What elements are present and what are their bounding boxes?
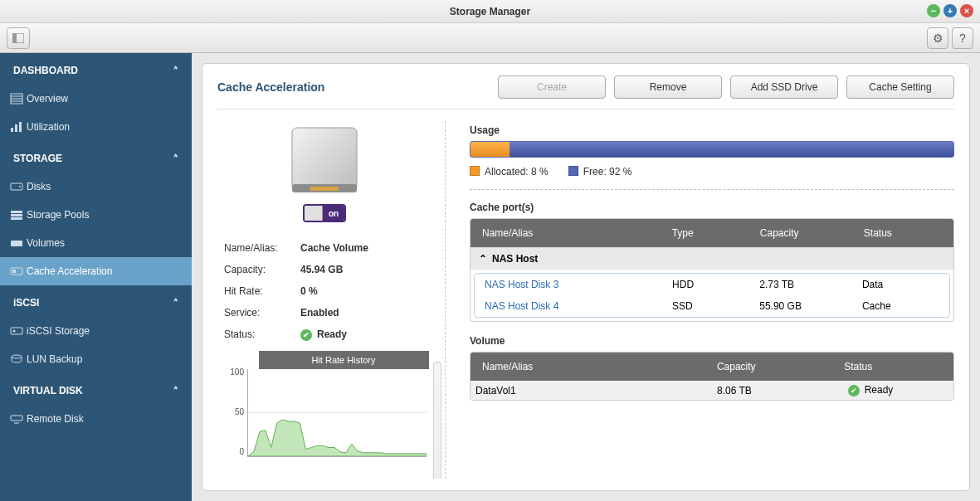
col-capacity: Capacity [755, 224, 859, 242]
vol-capacity: 8.06 TB [712, 382, 843, 400]
chevron-up-icon: ˄ [173, 66, 178, 76]
prop-capacity-label: Capacity: [217, 264, 300, 275]
sidebar-section-dashboard[interactable]: DASHBOARD˄ [0, 53, 192, 85]
sidebar-section-iscsi[interactable]: iSCSI˄ [0, 285, 192, 317]
disk-status: Data [857, 275, 944, 294]
ssd-icon [287, 126, 362, 197]
cache-icon [10, 265, 23, 277]
close-icon[interactable]: × [960, 4, 973, 17]
group-label: NAS Host [492, 253, 538, 265]
svg-rect-16 [12, 270, 16, 273]
svg-rect-17 [11, 328, 22, 334]
iscsi-icon [10, 325, 23, 337]
sidebar: DASHBOARD˄OverviewUtilizationSTORAGE˄Dis… [0, 53, 192, 501]
remove-button[interactable]: Remove [614, 75, 722, 99]
remote-icon [10, 413, 23, 425]
window-title: Storage Manager [450, 6, 530, 17]
prop-status-value: Ready [300, 328, 431, 341]
disk-capacity: 55.90 GB [754, 297, 857, 315]
cacheports-title: Cache port(s) [470, 202, 954, 213]
chevron-up-icon: ˄ [173, 153, 178, 164]
prop-capacity-value: 45.94 GB [300, 264, 431, 275]
allocated-swatch-icon [470, 166, 480, 176]
sidebar-item-remote-disk[interactable]: Remote Disk [0, 405, 192, 433]
svg-point-18 [13, 330, 16, 333]
sidebar-item-cache-acceleration[interactable]: Cache Acceleration [0, 257, 192, 285]
sidebar-item-overview[interactable]: Overview [0, 85, 192, 113]
disk-link[interactable]: NAS Host Disk 4 [480, 297, 667, 315]
sidebar-item-label: Volumes [27, 237, 65, 249]
sidebar-item-disks[interactable]: Disks [0, 173, 192, 201]
vol-status: Ready [843, 381, 953, 400]
table-row[interactable]: NAS Host Disk 4SSD55.90 GBCache [475, 295, 949, 317]
cache-setting-button[interactable]: Cache Setting [846, 75, 954, 99]
panel-icon [12, 33, 24, 43]
prop-name-label: Name/Alias: [217, 242, 300, 254]
disk-capacity: 2.73 TB [754, 275, 857, 294]
svg-rect-11 [11, 211, 22, 213]
ytick-50: 50 [221, 407, 244, 416]
disk-link[interactable]: NAS Host Disk 3 [480, 275, 667, 294]
cacheports-table: Name/Alias Type Capacity Status ⌃ NAS Ho… [470, 218, 954, 322]
disk-type: HDD [667, 275, 754, 294]
svg-rect-21 [292, 128, 357, 191]
table-row[interactable]: NAS Host Disk 3HDD2.73 TBData [475, 274, 949, 295]
settings-button[interactable]: ⚙ [927, 27, 948, 49]
sidebar-item-storage-pools[interactable]: Storage Pools [0, 201, 192, 229]
disk-icon [10, 181, 23, 192]
page-title: Cache Acceleration [217, 80, 324, 94]
free-swatch-icon [568, 166, 578, 176]
table-row[interactable]: DataVol18.06 TBReady [470, 381, 953, 400]
titlebar: Storage Manager − + × [0, 0, 980, 23]
sidebar-item-label: Overview [27, 93, 68, 105]
usage-bar [470, 141, 954, 158]
section-label: iSCSI [13, 297, 39, 309]
svg-rect-20 [11, 416, 22, 421]
section-label: DASHBOARD [13, 65, 78, 76]
svg-rect-8 [19, 122, 22, 132]
lun-icon [10, 353, 23, 365]
vol-name: DataVol1 [470, 382, 712, 400]
prop-hitrate-label: Hit Rate: [217, 285, 300, 297]
main-panel: Cache Acceleration Create Remove Add SSD… [202, 63, 970, 491]
sidebar-section-storage[interactable]: STORAGE˄ [0, 141, 192, 173]
disk-status: Cache [857, 297, 944, 315]
sidebar-item-label: LUN Backup [27, 353, 82, 365]
vol-col-name: Name/Alias [477, 358, 712, 376]
sidebar-item-label: Cache Acceleration [27, 265, 112, 277]
sidebar-item-label: Storage Pools [27, 209, 89, 221]
maximize-icon[interactable]: + [943, 4, 957, 17]
help-button[interactable]: ? [952, 27, 973, 49]
toggle-on-label: on [323, 206, 344, 221]
svg-rect-6 [11, 128, 13, 132]
prop-service-value: Enabled [300, 307, 431, 319]
svg-rect-12 [11, 214, 22, 216]
utilization-icon [10, 121, 23, 133]
sidebar-item-volumes[interactable]: Volumes [0, 229, 192, 257]
pool-icon [10, 209, 23, 221]
gear-icon: ⚙ [933, 32, 943, 45]
svg-rect-1 [12, 33, 17, 43]
prop-name-value: Cache Volume [300, 242, 431, 254]
prop-service-label: Service: [217, 307, 300, 319]
sidebar-item-utilization[interactable]: Utilization [0, 113, 192, 141]
volume-title: Volume [470, 335, 954, 347]
add-ssd-button[interactable]: Add SSD Drive [730, 75, 838, 99]
scrollbar[interactable] [433, 362, 441, 479]
sidebar-toggle-button[interactable] [7, 27, 30, 49]
sidebar-item-label: Disks [27, 181, 51, 192]
svg-rect-23 [310, 187, 339, 191]
cacheports-group[interactable]: ⌃ NAS Host [470, 247, 953, 270]
prop-hitrate-value: 0 % [300, 285, 431, 297]
col-status: Status [859, 224, 947, 242]
sidebar-item-iscsi-storage[interactable]: iSCSI Storage [0, 317, 192, 345]
volume-table: Name/Alias Capacity Status DataVol18.06 … [470, 352, 954, 401]
minimize-icon[interactable]: − [927, 4, 940, 17]
col-name: Name/Alias [477, 224, 667, 242]
sidebar-item-lun-backup[interactable]: LUN Backup [0, 345, 192, 373]
svg-point-19 [12, 355, 22, 358]
chevron-up-icon: ⌃ [479, 253, 487, 265]
create-button[interactable]: Create [498, 75, 606, 99]
sidebar-section-virtual-disk[interactable]: VIRTUAL DISK˄ [0, 373, 192, 405]
cache-toggle[interactable]: on [303, 204, 346, 222]
